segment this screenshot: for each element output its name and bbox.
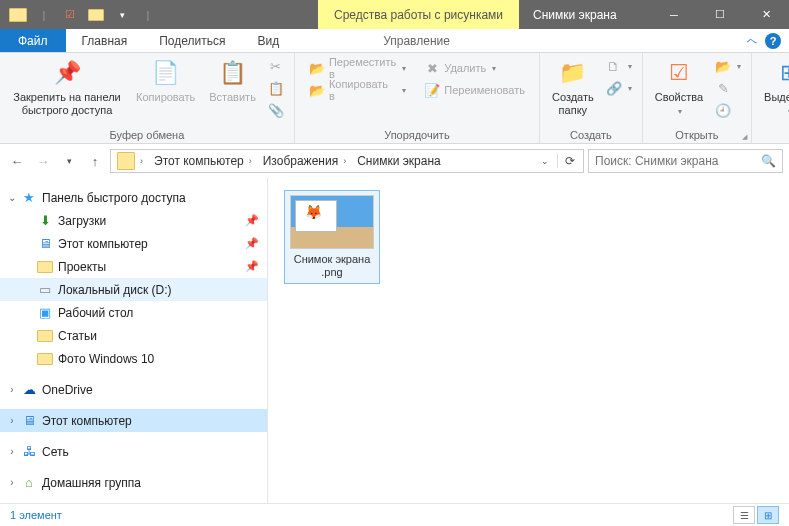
tree-downloads[interactable]: ⬇Загрузки📌 — [0, 209, 267, 232]
open-button[interactable]: 📂▾ — [711, 55, 745, 77]
details-view-button[interactable]: ☰ — [733, 506, 755, 524]
tree-onedrive[interactable]: ›☁OneDrive — [0, 378, 267, 401]
expand-icon[interactable]: › — [4, 446, 20, 457]
quick-access-toolbar: | ☑ ▾ | — [0, 4, 160, 26]
folder-icon[interactable] — [6, 4, 30, 26]
item-count: 1 элемент — [10, 509, 62, 521]
delete-icon: ✖ — [424, 60, 440, 76]
computer-icon: 🖥 — [36, 236, 54, 252]
properties-qa-icon[interactable]: ☑ — [58, 4, 82, 26]
expand-icon[interactable]: › — [4, 415, 20, 426]
tab-view[interactable]: Вид — [241, 29, 295, 52]
context-tab-title: Средства работы с рисунками — [318, 0, 519, 29]
tab-share[interactable]: Поделиться — [143, 29, 241, 52]
group-organize: 📂Переместить в▾ 📂Копировать в▾ ✖Удалить▾… — [295, 53, 540, 143]
paste-shortcut-button[interactable]: 📎 — [264, 99, 288, 121]
breadcrumb-segment[interactable]: Этот компьютер› — [150, 154, 259, 168]
chevron-right-icon[interactable]: › — [137, 156, 146, 166]
select-button[interactable]: ⊞ Выделить▾ — [758, 55, 789, 119]
tab-context-manage[interactable]: Управление — [367, 29, 466, 52]
tree-projects[interactable]: Проекты📌 — [0, 255, 267, 278]
easy-access-button[interactable]: 🔗▾ — [602, 77, 636, 99]
forward-button[interactable]: → — [32, 150, 54, 172]
dropdown-icon: ▾ — [628, 84, 632, 93]
group-label-select — [752, 129, 789, 143]
tree-network[interactable]: ›🖧Сеть — [0, 440, 267, 463]
chevron-right-icon[interactable]: › — [246, 156, 255, 166]
edit-button[interactable]: ✎ — [711, 77, 745, 99]
file-name: Снимок экрана .png — [294, 253, 371, 279]
tree-articles[interactable]: Статьи — [0, 324, 267, 347]
help-icon[interactable]: ? — [765, 33, 781, 49]
copy-path-icon: 📋 — [268, 80, 284, 96]
star-icon: ★ — [20, 190, 38, 206]
tree-this-pc[interactable]: 🖥Этот компьютер📌 — [0, 232, 267, 255]
tree-local-disk[interactable]: ▭Локальный диск (D:) — [0, 278, 267, 301]
search-icon[interactable]: 🔍 — [761, 154, 776, 168]
dropdown-icon: ▾ — [628, 62, 632, 71]
easy-access-icon: 🔗 — [606, 80, 622, 96]
properties-icon: ☑ — [663, 57, 695, 89]
tab-home[interactable]: Главная — [66, 29, 144, 52]
new-folder-qa-icon[interactable] — [84, 4, 108, 26]
rename-button[interactable]: 📝Переименовать — [420, 79, 529, 101]
qat-separator: | — [32, 4, 56, 26]
homegroup-icon: ⌂ — [20, 475, 38, 491]
downloads-icon: ⬇ — [36, 213, 54, 229]
cut-icon: ✂ — [268, 58, 284, 74]
expand-icon[interactable]: › — [4, 384, 20, 395]
qat-dropdown-icon[interactable]: ▾ — [110, 4, 134, 26]
expand-icon[interactable]: ⌄ — [4, 192, 20, 203]
group-clipboard: 📌 Закрепить на панели быстрого доступа 📄… — [0, 53, 295, 143]
chevron-right-icon[interactable]: › — [340, 156, 349, 166]
pin-quick-access-button[interactable]: 📌 Закрепить на панели быстрого доступа — [6, 55, 128, 119]
tree-homegroup[interactable]: ›⌂Домашняя группа — [0, 471, 267, 494]
network-icon: 🖧 — [20, 444, 38, 460]
address-root-icon[interactable]: › — [113, 152, 150, 170]
paste-button[interactable]: 📋 Вставить — [203, 55, 262, 106]
group-label-new: Создать — [540, 129, 642, 143]
history-button[interactable]: 🕘 — [711, 99, 745, 121]
file-item[interactable]: Снимок экрана .png — [284, 190, 380, 284]
back-button[interactable]: ← — [6, 150, 28, 172]
file-list[interactable]: Снимок экрана .png — [268, 178, 789, 503]
copy-to-button[interactable]: 📂Копировать в▾ — [305, 79, 410, 101]
pin-icon: 📌 — [245, 237, 259, 250]
window-controls: ─ ☐ ✕ — [651, 0, 789, 29]
open-icon: 📂 — [715, 58, 731, 74]
search-box[interactable]: 🔍 — [588, 149, 783, 173]
minimize-button[interactable]: ─ — [651, 0, 697, 29]
tree-desktop[interactable]: ▣Рабочий стол — [0, 301, 267, 324]
copy-to-icon: 📂 — [309, 82, 325, 98]
search-input[interactable] — [595, 154, 755, 168]
expand-icon[interactable]: › — [4, 477, 20, 488]
breadcrumb-segment[interactable]: Изображения› — [259, 154, 353, 168]
group-select: ⊞ Выделить▾ — [752, 53, 789, 143]
close-button[interactable]: ✕ — [743, 0, 789, 29]
tree-quick-access[interactable]: ⌄★Панель быстрого доступа — [0, 186, 267, 209]
move-to-button[interactable]: 📂Переместить в▾ — [305, 57, 410, 79]
refresh-button[interactable]: ⟳ — [557, 154, 581, 168]
maximize-button[interactable]: ☐ — [697, 0, 743, 29]
tab-file[interactable]: Файл — [0, 29, 66, 52]
delete-button[interactable]: ✖Удалить▾ — [420, 57, 529, 79]
address-dropdown-button[interactable]: ⌄ — [533, 154, 557, 168]
copy-path-button[interactable]: 📋 — [264, 77, 288, 99]
icons-view-button[interactable]: ⊞ — [757, 506, 779, 524]
tree-photos[interactable]: Фото Windows 10 — [0, 347, 267, 370]
pin-icon: 📌 — [51, 57, 83, 89]
copy-button[interactable]: 📄 Копировать — [130, 55, 201, 106]
cut-button[interactable]: ✂ — [264, 55, 288, 77]
collapse-ribbon-icon[interactable]: へ — [747, 34, 757, 48]
new-item-button[interactable]: 🗋▾ — [602, 55, 636, 77]
properties-button[interactable]: ☑ Свойства▾ — [649, 55, 709, 119]
recent-locations-button[interactable]: ▾ — [58, 150, 80, 172]
new-folder-button[interactable]: 📁 Создать папку — [546, 55, 600, 119]
breadcrumb-segment[interactable]: Снимки экрана — [353, 154, 445, 168]
up-button[interactable]: ↑ — [84, 150, 106, 172]
tree-this-pc-main[interactable]: ›🖥Этот компьютер — [0, 409, 267, 432]
navigation-tree[interactable]: ⌄★Панель быстрого доступа ⬇Загрузки📌 🖥Эт… — [0, 178, 268, 503]
address-bar[interactable]: › Этот компьютер› Изображения› Снимки эк… — [110, 149, 584, 173]
onedrive-icon: ☁ — [20, 382, 38, 398]
pin-icon: 📌 — [245, 214, 259, 227]
